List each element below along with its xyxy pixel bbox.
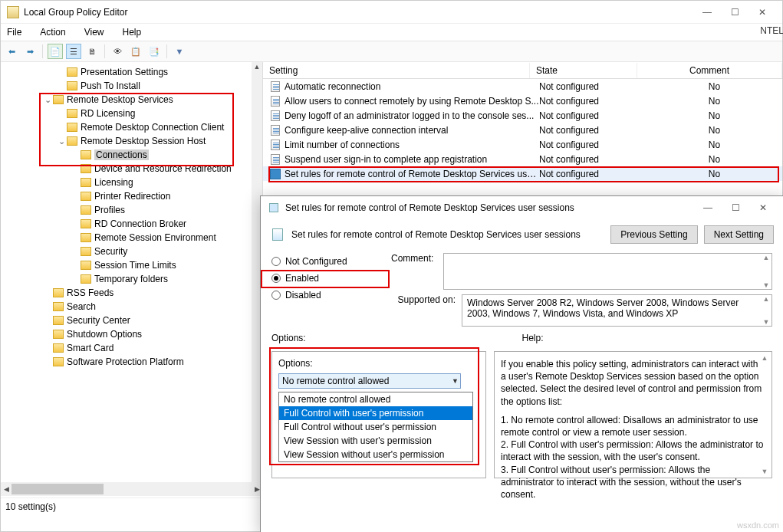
- tree-item[interactable]: Security: [1, 245, 252, 258]
- next-setting-button[interactable]: Next Setting: [704, 225, 774, 244]
- tree-item[interactable]: RSS Feeds: [1, 286, 252, 300]
- setting-row[interactable]: Configure keep-alive connection interval…: [263, 123, 782, 137]
- policy-dialog: Set rules for remote control of Remote D…: [260, 195, 783, 532]
- expand-icon[interactable]: ⌄: [56, 136, 67, 146]
- tree-item[interactable]: Software Protection Platform: [1, 355, 252, 369]
- folder-icon: [53, 95, 64, 104]
- radio-enabled[interactable]: Enabled: [271, 270, 380, 287]
- tree-item[interactable]: Connections: [1, 148, 252, 162]
- setting-row[interactable]: Limit number of connectionsNot configure…: [263, 137, 782, 152]
- tree-item[interactable]: ⌄Remote Desktop Session Host: [1, 134, 252, 148]
- menu-file[interactable]: File: [4, 25, 25, 39]
- tree-horizontal-scrollbar[interactable]: ◀ ▶: [1, 482, 262, 496]
- refresh-button[interactable]: 🗎: [84, 44, 100, 59]
- dialog-maximize[interactable]: ☐: [722, 199, 749, 217]
- menu-help[interactable]: Help: [120, 25, 145, 39]
- setting-row[interactable]: Deny logoff of an administrator logged i…: [263, 108, 782, 123]
- hscroll-thumb[interactable]: [12, 484, 104, 494]
- radio-not-configured[interactable]: Not Configured: [271, 253, 380, 270]
- setting-comment: No: [646, 96, 782, 107]
- tree-item[interactable]: Temporary folders: [1, 272, 252, 286]
- policy-icon: [269, 110, 281, 121]
- tree-item-label: Printer Redirection: [94, 191, 170, 202]
- toolbar-btn-2[interactable]: 📋: [128, 44, 143, 59]
- folder-icon: [67, 136, 77, 146]
- setting-name: Allow users to connect remotely by using…: [285, 96, 539, 107]
- settings-list[interactable]: Automatic reconnectionNot configuredNoAl…: [263, 79, 782, 181]
- dropdown-option[interactable]: Full Control with user's permission: [279, 406, 472, 420]
- previous-setting-button[interactable]: Previous Setting: [610, 225, 697, 244]
- setting-name: Suspend user sign-in to complete app reg…: [285, 154, 539, 165]
- dropdown-option[interactable]: Full Control without user's permission: [279, 420, 472, 434]
- watermark: wsxdn.com: [737, 521, 779, 530]
- dialog-subtitle: Set rules for remote control of Remote D…: [291, 229, 581, 240]
- options-combobox[interactable]: No remote control allowed ▼: [278, 373, 461, 389]
- tree-item[interactable]: Presentation Settings: [1, 65, 252, 79]
- folder-icon: [81, 164, 91, 173]
- forward-button[interactable]: ➡: [22, 44, 38, 59]
- tree-item-label: Security: [94, 246, 127, 257]
- help-scroll-up[interactable]: ▲: [759, 353, 770, 363]
- back-button[interactable]: ⬅: [4, 44, 19, 59]
- tree-item[interactable]: Remote Desktop Connection Client: [1, 120, 252, 134]
- setting-row[interactable]: Set rules for remote control of Remote D…: [263, 166, 782, 181]
- tree-item[interactable]: Security Center: [1, 314, 252, 327]
- help-scroll-down[interactable]: ▼: [759, 467, 770, 476]
- tree-item[interactable]: Remote Session Environment: [1, 231, 252, 245]
- tree-item-label: Licensing: [94, 177, 133, 188]
- tree-item[interactable]: RD Connection Broker: [1, 217, 252, 231]
- tree-item[interactable]: Licensing: [1, 176, 252, 189]
- up-button[interactable]: 📄: [48, 44, 63, 59]
- menu-action[interactable]: Action: [37, 25, 68, 39]
- properties-button[interactable]: 👁: [110, 44, 125, 59]
- scroll-left-arrow[interactable]: ◀: [1, 485, 12, 493]
- textarea-scroll-up[interactable]: ▲: [761, 254, 771, 261]
- tree-item-label: Connections: [94, 149, 149, 160]
- tree-item[interactable]: Push To Install: [1, 79, 252, 93]
- tree-item-label: Remote Desktop Services: [67, 94, 173, 105]
- toolbar-btn-1[interactable]: ☰: [66, 44, 81, 59]
- folder-tree[interactable]: Presentation SettingsPush To Install⌄Rem…: [1, 62, 252, 482]
- titlebar[interactable]: Local Group Policy Editor — ☐ ✕: [1, 1, 782, 24]
- folder-icon: [67, 109, 77, 118]
- minimize-button[interactable]: —: [693, 3, 721, 21]
- filter-button[interactable]: ▼: [172, 44, 187, 59]
- dropdown-option[interactable]: View Session with user's permission: [279, 434, 472, 448]
- tree-item[interactable]: Search: [1, 300, 252, 314]
- supported-scroll-up[interactable]: ▲: [761, 295, 771, 303]
- tree-item[interactable]: RD Licensing: [1, 107, 252, 120]
- setting-row[interactable]: Suspend user sign-in to complete app reg…: [263, 152, 782, 166]
- textarea-scroll-down[interactable]: ▼: [761, 281, 771, 289]
- tree-item[interactable]: Smart Card: [1, 341, 252, 355]
- options-dropdown[interactable]: No remote control allowedFull Control wi…: [278, 392, 473, 462]
- tree-item[interactable]: Printer Redirection: [1, 189, 252, 203]
- tree-item[interactable]: Profiles: [1, 203, 252, 217]
- comment-textarea[interactable]: ▲ ▼: [443, 253, 772, 290]
- setting-comment: No: [646, 154, 782, 165]
- expand-icon[interactable]: ⌄: [42, 95, 53, 105]
- dialog-minimize[interactable]: —: [694, 199, 722, 217]
- col-comment[interactable]: Comment: [637, 63, 782, 78]
- supported-scroll-down[interactable]: ▼: [761, 318, 771, 326]
- tree-item[interactable]: Device and Resource Redirection: [1, 162, 252, 176]
- setting-row[interactable]: Automatic reconnectionNot configuredNo: [263, 79, 782, 94]
- toolbar: ⬅ ➡ 📄 ☰ 🗎 👁 📋 📑 ▼: [1, 41, 782, 62]
- col-state[interactable]: State: [530, 63, 637, 78]
- tree-item[interactable]: Session Time Limits: [1, 258, 252, 272]
- scroll-up-arrow[interactable]: ▲: [252, 62, 262, 71]
- dialog-close[interactable]: ✕: [749, 199, 777, 217]
- setting-row[interactable]: Allow users to connect remotely by using…: [263, 94, 782, 108]
- dropdown-option[interactable]: No remote control allowed: [279, 392, 472, 406]
- tree-item[interactable]: ⌄Remote Desktop Services: [1, 93, 252, 107]
- menu-view[interactable]: View: [81, 25, 107, 39]
- setting-comment: No: [646, 81, 782, 92]
- close-button[interactable]: ✕: [748, 3, 776, 21]
- radio-disabled[interactable]: Disabled: [271, 287, 380, 304]
- col-setting[interactable]: Setting: [263, 63, 530, 78]
- tree-item-label: Temporary folders: [94, 274, 168, 284]
- toolbar-btn-3[interactable]: 📑: [146, 44, 162, 59]
- dialog-titlebar[interactable]: Set rules for remote control of Remote D…: [261, 196, 783, 219]
- maximize-button[interactable]: ☐: [721, 3, 748, 21]
- dropdown-option[interactable]: View Session without user's permission: [279, 448, 472, 461]
- tree-item[interactable]: Shutdown Options: [1, 327, 252, 341]
